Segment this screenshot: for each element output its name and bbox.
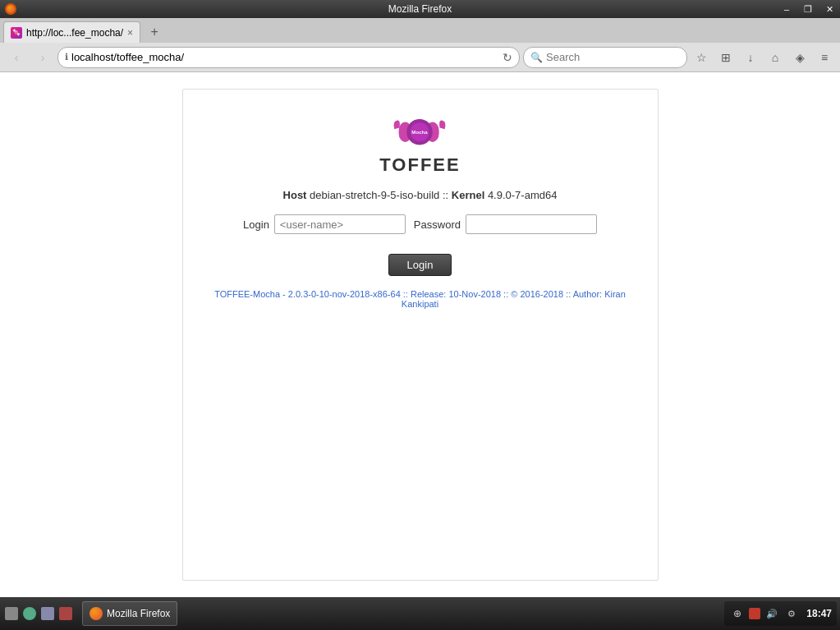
- tray-icon-volume[interactable]: 🔊: [764, 605, 780, 622]
- bookmark-button[interactable]: ☆: [691, 47, 712, 68]
- restore-button[interactable]: ❐: [797, 0, 819, 18]
- separator1: ::: [443, 189, 452, 201]
- taskbar-icon-2[interactable]: [21, 605, 38, 622]
- tray-icon-box2[interactable]: ⚙: [783, 605, 800, 622]
- browser-tab[interactable]: 🍬 http://loc...fee_mocha/ ×: [3, 21, 140, 43]
- tray-red-indicator: [749, 608, 760, 619]
- login-input[interactable]: [274, 214, 406, 234]
- password-label: Password: [414, 218, 461, 231]
- kernel-label: Kernel: [452, 189, 484, 201]
- secure-icon: ℹ: [65, 52, 68, 62]
- tray-icon-network[interactable]: ⊕: [729, 605, 746, 622]
- window-title: Mozilla Firefox: [388, 3, 452, 15]
- bookmark2-button[interactable]: ⊞: [715, 47, 737, 68]
- system-tray: ⊕ 🔊 ⚙ 18:47: [724, 601, 837, 626]
- page-content: Mocha TOFFEE Host debian-stretch-9-5-iso…: [0, 72, 840, 597]
- tab-close-button[interactable]: ×: [127, 27, 133, 39]
- tab-label: http://loc...fee_mocha/: [26, 27, 123, 39]
- password-input[interactable]: [466, 214, 597, 234]
- login-form: Login Password: [243, 214, 597, 234]
- taskbar-icon-1[interactable]: [3, 605, 20, 622]
- minimize-button[interactable]: –: [776, 0, 797, 18]
- login-label: Login: [243, 218, 269, 231]
- address-input[interactable]: [71, 51, 499, 63]
- address-bar[interactable]: ℹ ↻: [57, 47, 520, 68]
- search-bar[interactable]: 🔍: [523, 47, 687, 68]
- login-field-group: Login: [243, 214, 406, 234]
- taskbar-firefox-icon: [90, 607, 103, 620]
- svg-text:Mocha: Mocha: [412, 129, 429, 135]
- login-button[interactable]: Login: [388, 254, 452, 276]
- taskbar-start-area: [3, 605, 74, 622]
- pocket-button[interactable]: ◈: [789, 47, 810, 68]
- host-value: debian-stretch-9-5-iso-build: [310, 189, 439, 201]
- reload-button[interactable]: ↻: [503, 51, 512, 64]
- taskbar-app-label: Mozilla Firefox: [107, 608, 170, 619]
- logo-wrap: Mocha TOFFEE: [379, 114, 460, 176]
- back-button[interactable]: ‹: [5, 46, 28, 69]
- download-button[interactable]: ↓: [740, 47, 761, 68]
- tab-bar: 🍬 http://loc...fee_mocha/ × +: [0, 18, 840, 43]
- title-bar: Mozilla Firefox – ❐ ✕: [0, 0, 840, 18]
- taskbar-icon-4[interactable]: [57, 605, 74, 622]
- host-label: Host: [283, 189, 307, 201]
- taskbar-firefox-btn[interactable]: Mozilla Firefox: [82, 601, 177, 626]
- password-field-group: Password: [414, 214, 597, 234]
- nav-bar: ‹ › ℹ ↻ 🔍 ☆ ⊞ ↓ ⌂ ◈ ≡: [0, 43, 840, 72]
- close-button[interactable]: ✕: [819, 0, 840, 18]
- taskbar-icon-3[interactable]: [39, 605, 56, 622]
- footer-text: TOFFEE-Mocha - 2.0.3-0-10-nov-2018-x86-6…: [200, 289, 641, 309]
- firefox-icon: [5, 3, 16, 15]
- home-button[interactable]: ⌂: [764, 47, 786, 68]
- search-input[interactable]: [546, 51, 684, 63]
- window-controls: – ❐ ✕: [776, 0, 840, 18]
- tab-favicon: 🍬: [11, 27, 22, 39]
- kernel-value: 4.9.0-7-amd64: [488, 189, 558, 201]
- host-info: Host debian-stretch-9-5-iso-build :: Ker…: [283, 189, 558, 201]
- search-icon: 🔍: [530, 52, 543, 63]
- footer-content: TOFFEE-Mocha - 2.0.3-0-10-nov-2018-x86-6…: [214, 289, 626, 309]
- candy-logo: Mocha: [391, 114, 448, 151]
- new-tab-button[interactable]: +: [144, 21, 165, 43]
- menu-button[interactable]: ≡: [814, 47, 835, 68]
- taskbar-clock: 18:47: [806, 608, 832, 619]
- forward-button[interactable]: ›: [31, 46, 54, 69]
- login-card: Mocha TOFFEE Host debian-stretch-9-5-iso…: [182, 89, 659, 581]
- app-title: TOFFEE: [379, 154, 460, 176]
- taskbar: Mozilla Firefox ⊕ 🔊 ⚙ 18:47: [0, 597, 840, 630]
